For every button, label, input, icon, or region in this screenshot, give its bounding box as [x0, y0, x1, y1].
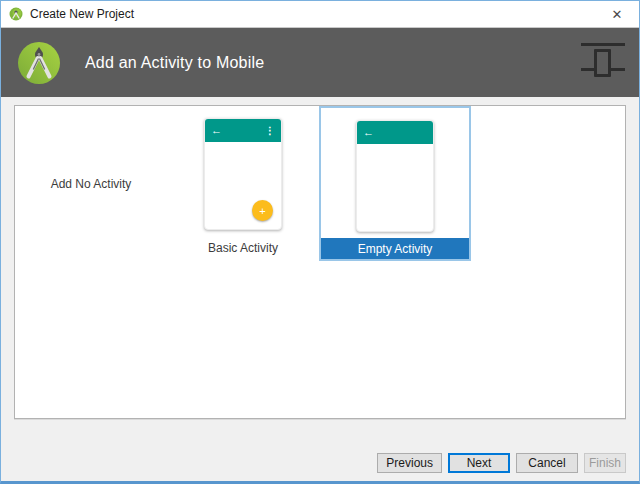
mobile-device-icon — [581, 41, 625, 83]
template-empty-activity[interactable]: ← Empty Activity — [319, 106, 471, 261]
previous-button[interactable]: Previous — [377, 453, 442, 473]
close-button[interactable]: ✕ — [601, 1, 633, 27]
template-add-no-activity[interactable]: Add No Activity — [15, 106, 167, 261]
back-arrow-icon: ← — [211, 125, 222, 136]
next-button[interactable]: Next — [448, 453, 510, 473]
wizard-title: Add an Activity to Mobile — [85, 54, 264, 72]
template-label: Basic Activity — [167, 235, 319, 261]
create-new-project-dialog: Create New Project ✕ — [0, 0, 640, 484]
close-icon: ✕ — [612, 7, 623, 22]
window-title: Create New Project — [30, 7, 134, 21]
android-studio-icon — [9, 7, 23, 21]
phone-outline — [594, 49, 611, 77]
content-area: Add No Activity ← ⋮ + Basic Activity — [1, 97, 639, 481]
cancel-button[interactable]: Cancel — [516, 453, 578, 473]
phone-mockup: ← — [356, 120, 434, 232]
device-top-line — [581, 43, 625, 46]
template-label: Add No Activity — [51, 171, 132, 197]
fab-plus-icon: + — [252, 200, 273, 221]
appbar: ← — [357, 121, 433, 144]
template-label-selected: Empty Activity — [321, 238, 469, 259]
wizard-footer: Previous Next Cancel Finish — [377, 453, 626, 473]
wizard-header: Add an Activity to Mobile — [1, 27, 639, 97]
titlebar: Create New Project ✕ — [1, 1, 639, 27]
basic-activity-preview: ← ⋮ + — [167, 106, 319, 235]
appbar: ← ⋮ — [205, 119, 281, 142]
back-arrow-icon: ← — [363, 127, 374, 138]
android-studio-logo — [17, 41, 61, 85]
template-basic-activity[interactable]: ← ⋮ + Basic Activity — [167, 106, 319, 261]
empty-activity-preview: ← — [321, 108, 469, 238]
activity-gallery: Add No Activity ← ⋮ + Basic Activity — [14, 105, 626, 419]
plus-glyph: + — [259, 205, 265, 217]
phone-mockup: ← ⋮ + — [204, 118, 282, 230]
finish-button[interactable]: Finish — [584, 453, 626, 473]
overflow-menu-icon: ⋮ — [265, 126, 275, 136]
